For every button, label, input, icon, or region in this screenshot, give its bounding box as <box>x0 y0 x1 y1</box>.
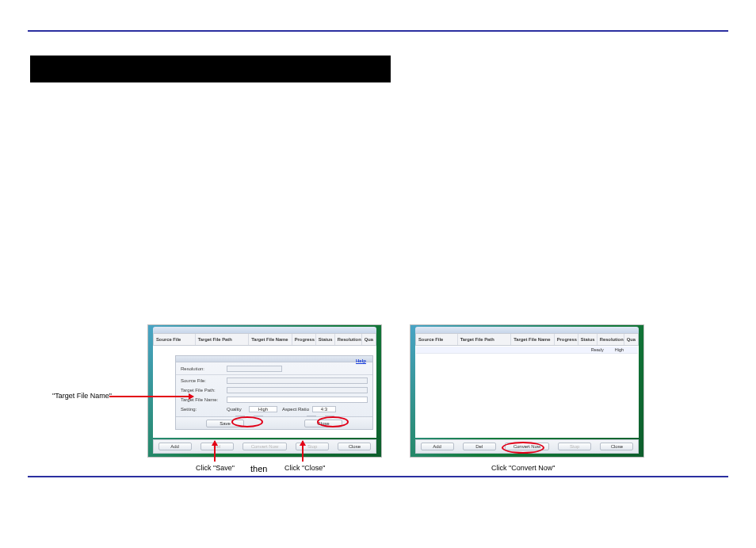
screenshot-left: Source File Target File Path Target File… <box>147 324 382 458</box>
setting-label: Setting: <box>181 407 227 412</box>
main-button-bar: Add Del Convert Now Stop Close <box>153 439 376 454</box>
dialog-titlebar <box>176 356 372 362</box>
arrow-target-file-name <box>109 396 193 397</box>
col-progress: Progress <box>292 334 316 345</box>
annotation-then: then <box>250 464 267 473</box>
annotation-click-save: Click "Save" <box>196 464 235 472</box>
target-file-name-field[interactable] <box>227 397 368 403</box>
convert-now-button[interactable]: Convert Now <box>242 443 287 450</box>
aspect-ratio-select[interactable]: 4:3 <box>312 406 336 412</box>
col-resolution: Resolution <box>598 334 624 345</box>
target-file-name-label: Target File Name: <box>181 397 227 402</box>
col-resolution: Resolution <box>335 334 362 345</box>
target-file-path-label: Target File Path: <box>181 388 227 393</box>
main-close-button[interactable]: Close <box>338 443 371 450</box>
resolution-field[interactable] <box>227 366 282 372</box>
table-header: Source File Target File Path Target File… <box>153 333 376 346</box>
col-quality: Qua <box>624 334 638 345</box>
close-highlight <box>317 416 349 427</box>
col-source-file: Source File <box>154 334 196 345</box>
annotation-target-file-name: "Target File Name" <box>52 392 112 400</box>
quality-label: Quality <box>227 407 249 412</box>
aspect-ratio-value: 4:3 <box>321 407 327 412</box>
window-titlebar <box>153 327 376 333</box>
del-button[interactable]: Del <box>463 443 496 450</box>
add-button[interactable]: Add <box>158 443 192 450</box>
col-quality: Qua <box>362 334 376 345</box>
col-target-file-path: Target File Path <box>458 334 512 345</box>
col-source-file: Source File <box>416 334 458 345</box>
annotation-click-convert-now: Click "Convert Now" <box>491 464 555 472</box>
annotation-click-close: Click "Close" <box>284 464 325 472</box>
table-body <box>415 346 639 438</box>
cell-quality: High <box>615 347 624 352</box>
save-highlight <box>231 416 263 427</box>
source-file-label: Source File: <box>181 378 227 383</box>
arrow-close <box>302 441 304 462</box>
col-status: Status <box>316 334 335 345</box>
aspect-ratio-label: Aspect Ratio <box>282 407 309 412</box>
stop-button[interactable]: Stop <box>558 443 591 450</box>
col-target-file-path: Target File Path <box>196 334 250 345</box>
col-target-file-name: Target File Name <box>511 334 555 345</box>
quality-select[interactable]: High <box>249 406 277 412</box>
bottom-separator <box>28 476 728 477</box>
settings-dialog: Help Resolution: Source File: Target Fil… <box>175 355 373 430</box>
help-link[interactable]: Help <box>356 358 366 363</box>
section-title-bar <box>30 56 391 82</box>
cell-status: Ready <box>591 347 604 352</box>
table-header: Source File Target File Path Target File… <box>415 333 639 346</box>
main-close-button[interactable]: Close <box>600 443 633 450</box>
quality-value: High <box>258 407 268 412</box>
arrow-save <box>214 441 216 462</box>
convert-now-highlight <box>502 442 544 454</box>
add-button[interactable]: Add <box>421 443 454 450</box>
screenshot-right: Source File Target File Path Target File… <box>410 324 644 458</box>
target-file-path-field <box>227 387 368 393</box>
col-status: Status <box>578 334 598 345</box>
top-separator <box>28 30 728 32</box>
table-row[interactable]: Ready High <box>416 347 638 354</box>
window-titlebar <box>415 327 639 333</box>
col-target-file-name: Target File Name <box>249 334 292 345</box>
source-file-field <box>227 377 368 384</box>
resolution-label: Resolution: <box>181 366 227 371</box>
col-progress: Progress <box>555 334 578 345</box>
